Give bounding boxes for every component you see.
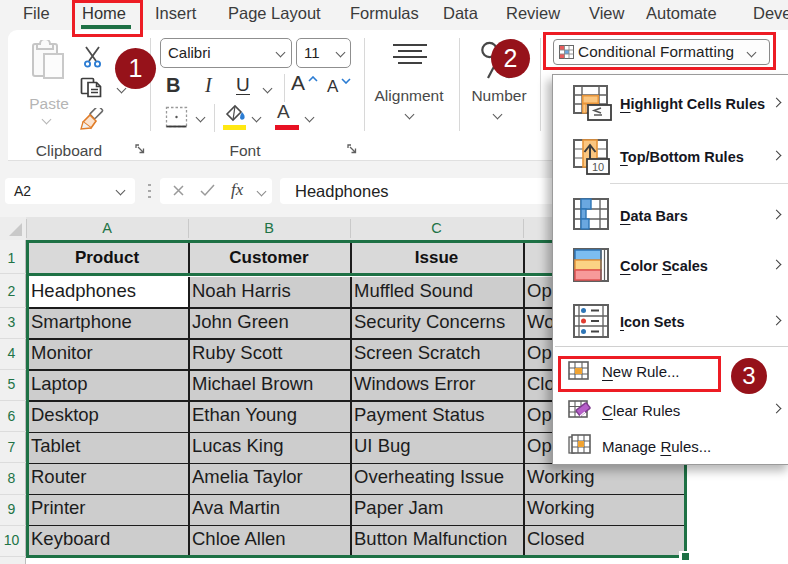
svg-text:10: 10	[592, 161, 604, 173]
